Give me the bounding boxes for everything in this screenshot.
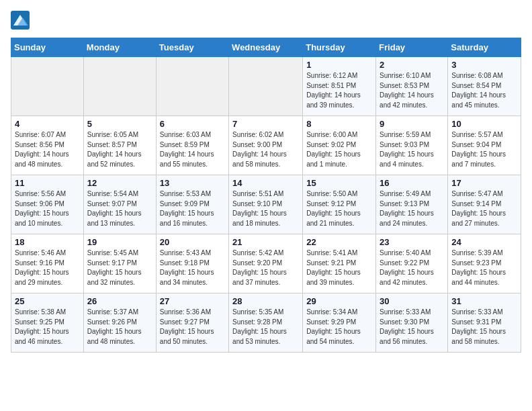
calendar-cell: 7Sunrise: 6:02 AM Sunset: 9:00 PM Daylig… xyxy=(229,116,303,175)
logo-icon xyxy=(11,11,30,30)
calendar-cell: 23Sunrise: 5:40 AM Sunset: 9:22 PM Dayli… xyxy=(376,234,448,293)
day-number: 21 xyxy=(232,237,299,247)
calendar-cell: 8Sunrise: 6:00 AM Sunset: 9:02 PM Daylig… xyxy=(303,116,376,175)
day-info: Sunrise: 5:43 AM Sunset: 9:18 PM Dayligh… xyxy=(160,248,225,287)
calendar-cell: 2Sunrise: 6:10 AM Sunset: 8:53 PM Daylig… xyxy=(376,57,448,116)
calendar-cell: 30Sunrise: 5:33 AM Sunset: 9:30 PM Dayli… xyxy=(376,293,448,353)
calendar-cell xyxy=(229,57,303,116)
calendar-cell: 3Sunrise: 6:08 AM Sunset: 8:54 PM Daylig… xyxy=(448,57,521,116)
calendar-cell: 25Sunrise: 5:38 AM Sunset: 9:25 PM Dayli… xyxy=(11,293,84,353)
calendar-cell: 21Sunrise: 5:42 AM Sunset: 9:20 PM Dayli… xyxy=(229,234,303,293)
day-number: 10 xyxy=(451,119,517,129)
calendar-cell: 28Sunrise: 5:35 AM Sunset: 9:28 PM Dayli… xyxy=(229,293,303,353)
calendar-week-row: 1Sunrise: 6:12 AM Sunset: 8:51 PM Daylig… xyxy=(11,57,521,116)
day-number: 13 xyxy=(160,178,225,188)
day-number: 19 xyxy=(87,237,152,247)
day-info: Sunrise: 5:35 AM Sunset: 9:28 PM Dayligh… xyxy=(232,308,299,347)
day-of-week-header: Monday xyxy=(83,38,156,57)
day-info: Sunrise: 5:45 AM Sunset: 9:17 PM Dayligh… xyxy=(87,248,152,287)
day-info: Sunrise: 5:33 AM Sunset: 9:31 PM Dayligh… xyxy=(451,308,517,347)
day-info: Sunrise: 5:51 AM Sunset: 9:10 PM Dayligh… xyxy=(232,189,299,228)
day-info: Sunrise: 5:56 AM Sunset: 9:06 PM Dayligh… xyxy=(15,189,80,228)
calendar-cell: 1Sunrise: 6:12 AM Sunset: 8:51 PM Daylig… xyxy=(303,57,376,116)
calendar-cell xyxy=(11,57,84,116)
day-info: Sunrise: 5:34 AM Sunset: 9:29 PM Dayligh… xyxy=(306,308,372,347)
day-info: Sunrise: 6:08 AM Sunset: 8:54 PM Dayligh… xyxy=(451,71,517,110)
day-info: Sunrise: 5:42 AM Sunset: 9:20 PM Dayligh… xyxy=(232,248,299,287)
calendar-cell: 20Sunrise: 5:43 AM Sunset: 9:18 PM Dayli… xyxy=(156,234,228,293)
calendar-cell: 14Sunrise: 5:51 AM Sunset: 9:10 PM Dayli… xyxy=(229,175,303,234)
day-number: 18 xyxy=(15,237,80,247)
day-info: Sunrise: 6:03 AM Sunset: 8:59 PM Dayligh… xyxy=(160,130,225,169)
calendar-cell: 12Sunrise: 5:54 AM Sunset: 9:07 PM Dayli… xyxy=(83,175,156,234)
calendar-cell: 31Sunrise: 5:33 AM Sunset: 9:31 PM Dayli… xyxy=(448,293,521,353)
day-number: 17 xyxy=(451,178,517,188)
calendar-cell: 29Sunrise: 5:34 AM Sunset: 9:29 PM Dayli… xyxy=(303,293,376,353)
day-number: 8 xyxy=(306,119,372,129)
logo xyxy=(11,11,32,30)
day-info: Sunrise: 5:47 AM Sunset: 9:14 PM Dayligh… xyxy=(451,189,517,228)
calendar-week-row: 18Sunrise: 5:46 AM Sunset: 9:16 PM Dayli… xyxy=(11,234,521,293)
day-info: Sunrise: 5:41 AM Sunset: 9:21 PM Dayligh… xyxy=(306,248,372,287)
day-info: Sunrise: 6:12 AM Sunset: 8:51 PM Dayligh… xyxy=(306,71,372,110)
calendar-cell: 6Sunrise: 6:03 AM Sunset: 8:59 PM Daylig… xyxy=(156,116,228,175)
day-info: Sunrise: 5:53 AM Sunset: 9:09 PM Dayligh… xyxy=(160,189,225,228)
day-number: 16 xyxy=(380,178,444,188)
day-number: 2 xyxy=(380,60,444,70)
calendar-cell: 11Sunrise: 5:56 AM Sunset: 9:06 PM Dayli… xyxy=(11,175,84,234)
day-info: Sunrise: 5:46 AM Sunset: 9:16 PM Dayligh… xyxy=(15,248,80,287)
day-number: 4 xyxy=(15,119,80,129)
day-of-week-header: Thursday xyxy=(303,38,376,57)
calendar-cell: 5Sunrise: 6:05 AM Sunset: 8:57 PM Daylig… xyxy=(83,116,156,175)
day-number: 27 xyxy=(160,296,225,306)
day-number: 3 xyxy=(451,60,517,70)
day-number: 22 xyxy=(306,237,372,247)
page-header xyxy=(11,11,521,30)
calendar-cell: 19Sunrise: 5:45 AM Sunset: 9:17 PM Dayli… xyxy=(83,234,156,293)
day-number: 29 xyxy=(306,296,372,306)
calendar-week-row: 11Sunrise: 5:56 AM Sunset: 9:06 PM Dayli… xyxy=(11,175,521,234)
day-info: Sunrise: 5:40 AM Sunset: 9:22 PM Dayligh… xyxy=(380,248,444,287)
day-number: 6 xyxy=(160,119,225,129)
day-number: 12 xyxy=(87,178,152,188)
calendar-cell: 9Sunrise: 5:59 AM Sunset: 9:03 PM Daylig… xyxy=(376,116,448,175)
day-info: Sunrise: 5:54 AM Sunset: 9:07 PM Dayligh… xyxy=(87,189,152,228)
day-of-week-header: Saturday xyxy=(448,38,521,57)
day-number: 5 xyxy=(87,119,152,129)
day-info: Sunrise: 5:57 AM Sunset: 9:04 PM Dayligh… xyxy=(451,130,517,169)
day-of-week-header: Wednesday xyxy=(229,38,303,57)
day-number: 31 xyxy=(451,296,517,306)
day-info: Sunrise: 5:33 AM Sunset: 9:30 PM Dayligh… xyxy=(380,308,444,347)
calendar-cell: 27Sunrise: 5:36 AM Sunset: 9:27 PM Dayli… xyxy=(156,293,228,353)
day-info: Sunrise: 5:38 AM Sunset: 9:25 PM Dayligh… xyxy=(15,308,80,347)
calendar-cell: 16Sunrise: 5:49 AM Sunset: 9:13 PM Dayli… xyxy=(376,175,448,234)
day-number: 23 xyxy=(380,237,444,247)
day-of-week-header: Tuesday xyxy=(156,38,228,57)
day-number: 7 xyxy=(232,119,299,129)
calendar-cell xyxy=(83,57,156,116)
day-number: 9 xyxy=(380,119,444,129)
calendar-cell: 26Sunrise: 5:37 AM Sunset: 9:26 PM Dayli… xyxy=(83,293,156,353)
calendar-week-row: 25Sunrise: 5:38 AM Sunset: 9:25 PM Dayli… xyxy=(11,293,521,353)
calendar-cell xyxy=(156,57,228,116)
day-number: 20 xyxy=(160,237,225,247)
day-info: Sunrise: 5:50 AM Sunset: 9:12 PM Dayligh… xyxy=(306,189,372,228)
day-info: Sunrise: 5:36 AM Sunset: 9:27 PM Dayligh… xyxy=(160,308,225,347)
day-info: Sunrise: 5:39 AM Sunset: 9:23 PM Dayligh… xyxy=(451,248,517,287)
calendar-cell: 4Sunrise: 6:07 AM Sunset: 8:56 PM Daylig… xyxy=(11,116,84,175)
day-number: 25 xyxy=(15,296,80,306)
day-number: 1 xyxy=(306,60,372,70)
day-info: Sunrise: 5:37 AM Sunset: 9:26 PM Dayligh… xyxy=(87,308,152,347)
calendar-cell: 13Sunrise: 5:53 AM Sunset: 9:09 PM Dayli… xyxy=(156,175,228,234)
day-number: 24 xyxy=(451,237,517,247)
day-number: 28 xyxy=(232,296,299,306)
day-info: Sunrise: 6:02 AM Sunset: 9:00 PM Dayligh… xyxy=(232,130,299,169)
calendar-table: SundayMondayTuesdayWednesdayThursdayFrid… xyxy=(11,38,521,353)
calendar-cell: 15Sunrise: 5:50 AM Sunset: 9:12 PM Dayli… xyxy=(303,175,376,234)
day-info: Sunrise: 5:59 AM Sunset: 9:03 PM Dayligh… xyxy=(380,130,444,169)
calendar-cell: 22Sunrise: 5:41 AM Sunset: 9:21 PM Dayli… xyxy=(303,234,376,293)
day-info: Sunrise: 6:05 AM Sunset: 8:57 PM Dayligh… xyxy=(87,130,152,169)
day-number: 15 xyxy=(306,178,372,188)
day-of-week-header: Sunday xyxy=(11,38,84,57)
day-of-week-header: Friday xyxy=(376,38,448,57)
